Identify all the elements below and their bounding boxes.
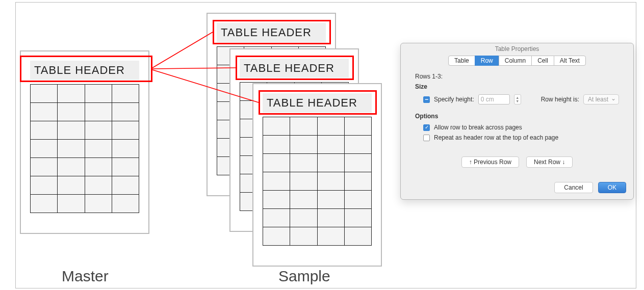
table-row xyxy=(31,121,139,140)
table-row xyxy=(263,136,372,154)
master-table-grid xyxy=(30,84,139,213)
options-section-title: Options xyxy=(415,113,619,120)
tab-alt-text[interactable]: Alt Text xyxy=(554,56,586,66)
specify-height-row: − Specify height: 0 cm ▲ ▼ Row height is… xyxy=(423,94,619,104)
sample1-table-header: TABLE HEADER xyxy=(217,23,326,42)
tab-cell[interactable]: Cell xyxy=(531,56,554,66)
allow-break-row: ✓ Allow row to break across pages xyxy=(423,124,619,131)
table-row xyxy=(263,154,372,172)
master-table-header: TABLE HEADER xyxy=(30,61,139,80)
table-row xyxy=(31,85,139,103)
ok-button[interactable]: OK xyxy=(598,182,626,193)
allow-break-label: Allow row to break across pages xyxy=(434,124,522,131)
specify-height-input[interactable]: 0 cm xyxy=(478,94,510,104)
cancel-button[interactable]: Cancel xyxy=(554,182,593,193)
sample2-table-header: TABLE HEADER xyxy=(240,59,349,78)
table-row xyxy=(31,103,139,121)
sample-page-3: TABLE HEADER xyxy=(252,83,382,267)
master-label: Master xyxy=(62,268,109,285)
row-height-is-label: Row height is: xyxy=(541,96,579,103)
sample3-table-grid xyxy=(263,117,372,246)
tab-row[interactable]: Row xyxy=(475,56,499,66)
repeat-header-row: Repeat as header row at the top of each … xyxy=(423,134,619,141)
dialog-body: Rows 1-3: Size − Specify height: 0 cm ▲ … xyxy=(401,73,633,177)
table-row xyxy=(31,176,139,195)
next-row-button[interactable]: Next Row ↓ xyxy=(526,156,573,168)
dialog-tabs: Table Row Column Cell Alt Text xyxy=(401,56,633,66)
svg-line-0 xyxy=(152,32,213,68)
previous-row-button[interactable]: ↑ Previous Row xyxy=(461,156,519,168)
table-row xyxy=(31,195,139,213)
specify-height-label: Specify height: xyxy=(434,96,474,103)
row-height-is-dropdown[interactable]: At least xyxy=(583,94,619,104)
chevron-down-icon: ▼ xyxy=(516,99,519,103)
height-stepper[interactable]: ▲ ▼ xyxy=(514,94,521,104)
specify-height-checkbox[interactable]: − xyxy=(423,96,430,103)
allow-break-checkbox[interactable]: ✓ xyxy=(423,124,430,131)
dialog-title: Table Properties xyxy=(401,43,633,55)
repeat-header-label: Repeat as header row at the top of each … xyxy=(434,134,558,141)
table-row xyxy=(263,227,372,246)
tab-column[interactable]: Column xyxy=(499,56,532,66)
repeat-header-checkbox[interactable] xyxy=(423,135,430,141)
sample-label: Sample xyxy=(278,268,330,285)
table-row xyxy=(31,158,139,176)
size-section-title: Size xyxy=(415,83,619,90)
dialog-footer: Cancel OK xyxy=(401,177,633,199)
table-row xyxy=(263,191,372,209)
rows-range-label: Rows 1-3: xyxy=(415,73,619,80)
chevron-up-icon: ▲ xyxy=(516,96,519,99)
table-row xyxy=(263,209,372,227)
sample3-table-header: TABLE HEADER xyxy=(263,93,372,113)
table-row xyxy=(263,117,372,136)
table-row xyxy=(263,172,372,191)
master-page: TABLE HEADER xyxy=(20,50,149,234)
tab-table[interactable]: Table xyxy=(448,56,475,66)
table-row xyxy=(31,140,139,158)
table-properties-dialog: Table Properties Table Row Column Cell A… xyxy=(400,43,634,200)
dialog-nav: ↑ Previous Row Next Row ↓ xyxy=(415,156,619,168)
